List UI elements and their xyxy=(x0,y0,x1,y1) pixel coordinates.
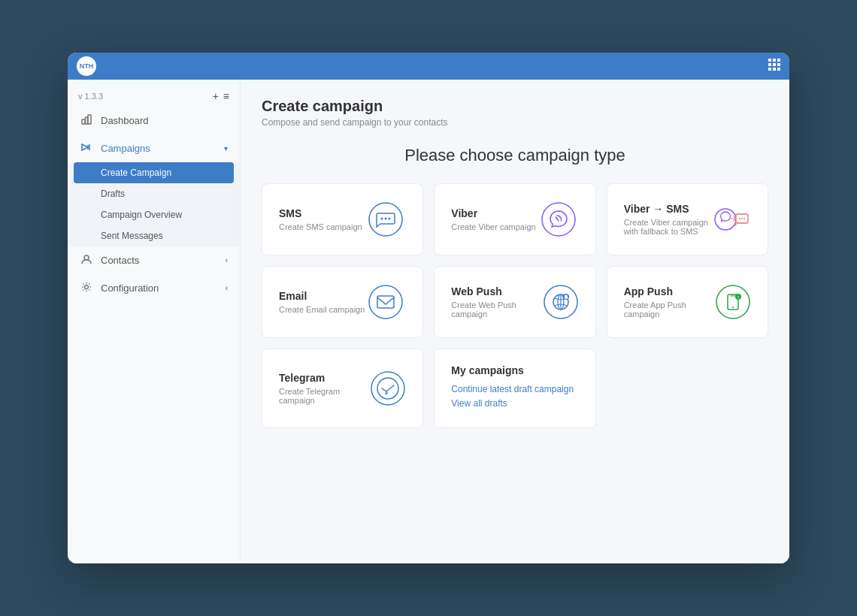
viber-sms-card-title: Viber → SMS xyxy=(624,203,710,215)
svg-point-20 xyxy=(389,218,391,220)
svg-rect-8 xyxy=(777,68,780,71)
contacts-chevron: ‹ xyxy=(226,256,228,264)
sidebar-item-sent-messages[interactable]: Sent Messages xyxy=(68,225,240,246)
svg-point-15 xyxy=(84,255,89,260)
campaign-card-app-push[interactable]: App Push Create App Push campaign xyxy=(607,266,768,338)
sidebar-campaigns-submenu: Create Campaign Drafts Campaign Overview… xyxy=(68,162,240,246)
viber-sms-card-text: Viber → SMS Create Viber campaign with f… xyxy=(624,203,710,236)
campaigns-icon xyxy=(80,142,93,155)
svg-point-34 xyxy=(716,285,749,319)
viber-sms-icon xyxy=(710,199,751,240)
svg-text:!: ! xyxy=(737,295,739,300)
svg-rect-0 xyxy=(768,59,771,62)
sent-messages-label: Sent Messages xyxy=(101,231,163,241)
campaign-overview-label: Campaign Overview xyxy=(101,210,182,220)
sidebar-item-configuration[interactable]: Configuration ‹ xyxy=(68,274,240,302)
telegram-icon xyxy=(369,368,406,409)
campaign-card-web-push[interactable]: Web Push Create Web Push campaign xyxy=(434,266,595,338)
sidebar-campaigns-label: Campaigns xyxy=(101,143,150,154)
svg-rect-11 xyxy=(88,115,91,124)
email-icon xyxy=(365,282,406,322)
svg-rect-4 xyxy=(773,63,776,66)
version-label: v 1.3.3 xyxy=(78,92,103,101)
continue-draft-link[interactable]: Continue latest draft campaign xyxy=(451,384,578,394)
choose-campaign-title: Please choose campaign type xyxy=(262,146,768,165)
campaign-grid: SMS Create SMS campaign xyxy=(262,183,768,428)
telegram-card-title: Telegram xyxy=(279,372,369,384)
sidebar-item-campaign-overview[interactable]: Campaign Overview xyxy=(68,204,240,225)
app-push-card-desc: Create App Push campaign xyxy=(624,300,715,319)
my-campaigns-title: My campaigns xyxy=(451,364,578,376)
telegram-card-text: Telegram Create Telegram campaign xyxy=(279,372,369,405)
sms-card-title: SMS xyxy=(279,207,362,219)
sidebar-contacts-label: Contacts xyxy=(101,255,139,266)
campaign-card-sms[interactable]: SMS Create SMS campaign xyxy=(262,183,423,255)
svg-point-27 xyxy=(369,285,402,319)
contacts-icon xyxy=(80,254,93,267)
configuration-icon xyxy=(80,282,93,294)
app-push-card-title: App Push xyxy=(624,285,715,297)
sidebar-configuration-label: Configuration xyxy=(101,282,159,294)
titlebar-right xyxy=(768,59,780,74)
viber-card-text: Viber Create Viber campaign xyxy=(451,207,535,231)
sidebar-item-drafts[interactable]: Drafts xyxy=(68,183,240,204)
campaign-card-email[interactable]: Email Create Email campaign xyxy=(262,266,423,338)
svg-point-16 xyxy=(85,285,89,289)
web-push-card-desc: Create Web Push campaign xyxy=(451,300,543,319)
titlebar: NTH xyxy=(68,53,789,80)
page-content: Create campaign Compose and send campaig… xyxy=(241,80,789,563)
svg-marker-12 xyxy=(82,144,88,150)
app-window: NTH v 1.3.3 xyxy=(68,53,789,563)
viber-sms-card-desc: Create Viber campaign with fallback to S… xyxy=(624,218,710,236)
page-subtitle: Compose and send campaign to your contac… xyxy=(262,117,768,128)
sidebar-item-campaigns[interactable]: Campaigns ▾ xyxy=(68,134,240,162)
page-title: Create campaign xyxy=(262,98,768,115)
svg-rect-5 xyxy=(777,63,780,66)
grid-icon[interactable] xyxy=(768,60,780,73)
sidebar-item-create-campaign[interactable]: Create Campaign xyxy=(74,162,234,183)
svg-rect-7 xyxy=(773,68,776,71)
svg-point-24 xyxy=(739,218,740,219)
app-logo: NTH xyxy=(77,56,96,76)
svg-rect-10 xyxy=(86,117,88,124)
telegram-card-desc: Create Telegram campaign xyxy=(279,387,369,405)
add-icon[interactable]: + xyxy=(213,90,219,102)
email-card-title: Email xyxy=(279,290,365,302)
campaigns-chevron: ▾ xyxy=(224,144,228,152)
svg-rect-3 xyxy=(768,63,771,66)
svg-point-25 xyxy=(741,218,743,219)
svg-point-18 xyxy=(381,218,383,220)
viber-card-desc: Create Viber campaign xyxy=(451,222,535,231)
sms-card-desc: Create SMS campaign xyxy=(279,222,362,231)
svg-point-21 xyxy=(542,203,575,236)
email-card-text: Email Create Email campaign xyxy=(279,290,365,314)
page-header: Create campaign Compose and send campaig… xyxy=(262,98,768,128)
svg-point-19 xyxy=(385,218,387,220)
sidebar-version-actions: + ≡ xyxy=(213,90,229,102)
view-all-drafts-link[interactable]: View all drafts xyxy=(451,398,578,409)
sidebar-dashboard-label: Dashboard xyxy=(101,115,149,126)
web-push-card-text: Web Push Create Web Push campaign xyxy=(451,285,543,319)
svg-rect-9 xyxy=(82,119,85,124)
sms-card-text: SMS Create SMS campaign xyxy=(279,207,362,231)
campaign-card-viber-sms[interactable]: Viber → SMS Create Viber campaign with f… xyxy=(607,183,768,255)
create-campaign-label: Create Campaign xyxy=(101,168,171,178)
svg-rect-2 xyxy=(777,59,780,62)
dashboard-icon xyxy=(80,114,93,127)
web-push-icon xyxy=(543,282,579,322)
web-push-card-title: Web Push xyxy=(451,285,543,297)
app-push-icon: ! xyxy=(714,282,751,322)
sms-icon xyxy=(365,199,406,240)
sidebar-item-dashboard[interactable]: Dashboard xyxy=(68,107,240,134)
sidebar-version-row: v 1.3.3 + ≡ xyxy=(68,86,240,107)
svg-point-26 xyxy=(743,218,745,219)
svg-point-37 xyxy=(732,306,734,308)
drafts-label: Drafts xyxy=(101,189,125,199)
viber-card-title: Viber xyxy=(451,207,535,219)
svg-rect-1 xyxy=(773,59,776,62)
svg-point-40 xyxy=(371,372,404,405)
campaign-card-viber[interactable]: Viber Create Viber campaign xyxy=(434,183,595,255)
menu-icon[interactable]: ≡ xyxy=(223,90,229,102)
campaign-card-telegram[interactable]: Telegram Create Telegram campaign xyxy=(262,349,423,428)
sidebar-item-contacts[interactable]: Contacts ‹ xyxy=(68,246,240,274)
